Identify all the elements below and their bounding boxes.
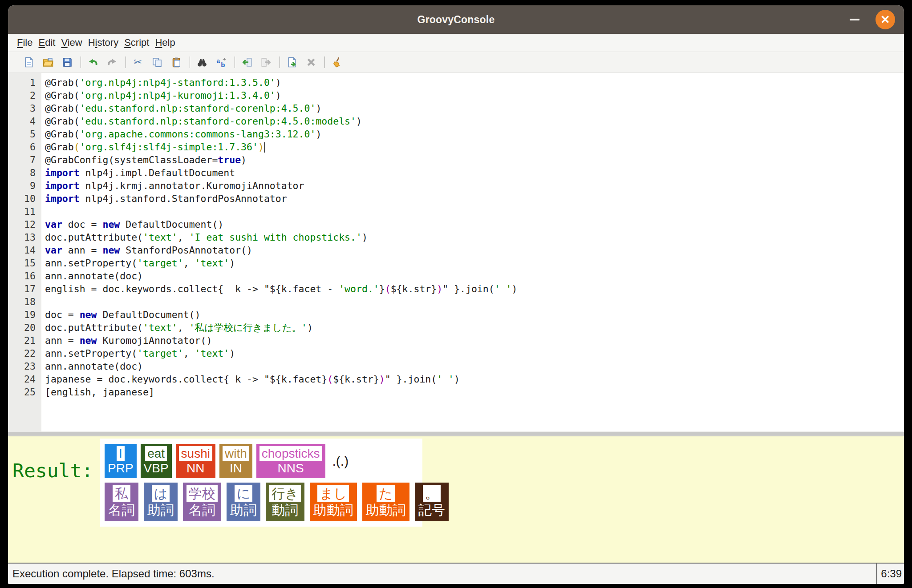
output-area: Result: IPRPeatVBPsushiNNwithINchopstick… (8, 436, 904, 563)
menu-help[interactable]: Help (155, 37, 175, 48)
pos-box: 行き動詞 (266, 483, 304, 521)
line-number: 17 (8, 282, 41, 295)
cut-button[interactable]: ✂ (130, 55, 146, 70)
open-file-button[interactable] (41, 55, 56, 70)
line-number: 13 (8, 231, 41, 244)
pos-box: まし助動詞 (310, 483, 357, 521)
code-line-12: var doc = new DefaultDocument() (45, 218, 904, 231)
history-previous-icon (242, 57, 252, 68)
status-message: Execution complete. Elapsed time: 603ms. (8, 568, 876, 580)
pos-tag: NNS (278, 461, 304, 476)
minimize-button[interactable] (847, 12, 862, 27)
line-number: 2 (8, 89, 41, 102)
line-number: 16 (8, 270, 41, 282)
toolbar-separator (235, 56, 235, 68)
code-line-2: @Grab('org.nlp4j:nlp4j-kuromoji:1.3.4.0'… (45, 89, 904, 102)
toolbar-separator (81, 56, 81, 68)
code-line-1: @Grab('org.nlp4j:nlp4j-stanford:1.3.5.0'… (45, 76, 904, 89)
code-line-3: @Grab('edu.stanford.nlp:stanford-corenlp… (45, 102, 904, 115)
paste-button[interactable] (169, 55, 184, 70)
line-number: 23 (8, 360, 41, 373)
execute-button[interactable] (284, 55, 300, 70)
code-text-area[interactable]: @Grab('org.nlp4j:nlp4j-stanford:1.3.5.0'… (41, 73, 904, 431)
pos-box: に助詞 (227, 483, 260, 521)
menu-history[interactable]: History (88, 37, 118, 48)
menu-view[interactable]: View (61, 37, 82, 48)
pos-word: に (235, 485, 253, 502)
close-icon: ✕ (880, 14, 890, 25)
history-next-button[interactable] (259, 55, 274, 70)
toolbar-separator (280, 56, 280, 68)
pos-word: 行き (269, 485, 301, 502)
code-editor[interactable]: 1234567891011121314151617181920212223242… (8, 73, 904, 431)
redo-button[interactable] (105, 55, 120, 70)
save-icon (62, 57, 73, 68)
undo-button[interactable] (85, 55, 101, 70)
pos-tag: VBP (144, 461, 169, 476)
pos-word: まし (317, 485, 349, 502)
menu-script[interactable]: Script (124, 37, 149, 48)
pos-tag: 助詞 (147, 502, 174, 518)
line-number: 1 (8, 76, 41, 89)
menu-bar: FileEditViewHistoryScriptHelp (8, 34, 904, 52)
code-line-9: import nlp4j.krmj.annotator.KuromojiAnno… (45, 179, 904, 192)
find-button[interactable] (195, 55, 210, 70)
pos-box: eatVBP (141, 444, 172, 478)
split-pane-divider[interactable] (8, 431, 904, 436)
menu-file[interactable]: File (17, 37, 32, 48)
menu-edit[interactable]: Edit (38, 37, 55, 48)
find-icon (197, 57, 207, 68)
pos-word: I (117, 446, 125, 461)
pos-box: た助動詞 (362, 483, 409, 521)
code-line-15: ann.setProperty('target', 'text') (45, 257, 904, 270)
title-bar[interactable]: GroovyConsole ✕ (8, 5, 904, 34)
window-controls: ✕ (847, 5, 895, 34)
pos-box: 学校名詞 (183, 483, 221, 521)
pos-box: chopsticksNNS (256, 444, 325, 478)
minimize-icon (850, 19, 859, 20)
open-file-icon (43, 57, 53, 68)
execute-icon (287, 57, 297, 68)
result-label: Result: (12, 459, 93, 482)
code-line-13: doc.putAttribute('text', 'I eat sushi wi… (45, 231, 904, 244)
window-title: GroovyConsole (8, 14, 904, 26)
line-number: 18 (8, 295, 41, 308)
line-number: 15 (8, 257, 41, 270)
line-number: 14 (8, 244, 41, 257)
line-number: 7 (8, 153, 41, 166)
pos-word: sushi (179, 446, 212, 461)
line-number: 8 (8, 166, 41, 179)
line-number: 4 (8, 115, 41, 128)
line-number: 10 (8, 192, 41, 205)
line-number: 24 (8, 373, 41, 386)
interrupt-button[interactable] (304, 55, 319, 70)
pos-word: 学校 (186, 485, 218, 502)
clear-output-icon (332, 57, 342, 68)
save-button[interactable] (60, 55, 75, 70)
code-line-11 (45, 205, 904, 218)
code-line-16: ann.annotate(doc) (45, 270, 904, 282)
history-previous-button[interactable] (239, 55, 255, 70)
toolbar-separator (126, 56, 126, 68)
new-file-button[interactable] (21, 55, 36, 70)
pos-tag: PRP (108, 461, 134, 476)
cut-icon: ✂ (134, 57, 142, 67)
line-number: 11 (8, 205, 41, 218)
code-line-6: @Grab('org.slf4j:slf4j-simple:1.7.36') (45, 141, 904, 153)
line-number: 12 (8, 218, 41, 231)
copy-button[interactable] (150, 55, 165, 70)
code-line-22: ann.setProperty('target', 'text') (45, 347, 904, 360)
line-number: 9 (8, 179, 41, 192)
replace-button[interactable]: ab (214, 55, 229, 70)
svg-text:a: a (217, 57, 220, 64)
clear-output-button[interactable] (329, 55, 345, 70)
pos-tag: IN (230, 461, 242, 476)
code-line-20: doc.putAttribute('text', '私は学校に行きました。') (45, 321, 904, 334)
interrupt-icon (306, 57, 316, 68)
close-button[interactable]: ✕ (876, 10, 895, 29)
pos-word: 私 (113, 485, 130, 502)
pos-box: IPRP (105, 444, 137, 478)
pos-tag: 動詞 (272, 502, 298, 518)
code-line-19: doc = new DefaultDocument() (45, 308, 904, 321)
pos-box: withIN (219, 444, 252, 478)
